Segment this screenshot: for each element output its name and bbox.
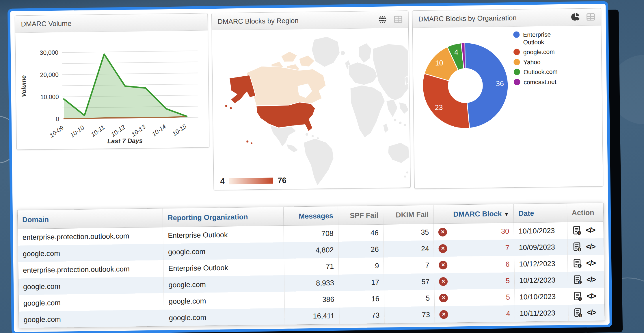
view-xml-icon[interactable]: </> <box>586 275 595 284</box>
svg-text:Last 7 Days: Last 7 Days <box>107 137 143 145</box>
cell-action: i </> <box>568 271 604 288</box>
donut-legend: Enterprise Outlookgoogle.comYahooOutlook… <box>513 30 603 86</box>
dmarc-block-count: 7 <box>505 243 509 252</box>
cell-dkim: 57 <box>384 273 434 291</box>
cell-dmarc: ✕ 30 <box>433 223 514 240</box>
view-xml-icon[interactable]: </> <box>586 242 595 251</box>
dmarc-block-count: 4 <box>506 309 510 318</box>
report-detail-icon[interactable]: i <box>572 258 582 268</box>
cell-org: google.com <box>164 292 284 310</box>
cell-dkim: 24 <box>384 240 434 258</box>
legend-max-value: 76 <box>278 176 286 185</box>
dmarc-block-status-icon: ✕ <box>439 293 448 302</box>
column-header-org[interactable]: Reporting Organization <box>163 207 284 227</box>
cell-dkim: 5 <box>384 290 435 307</box>
cell-dkim: 73 <box>384 306 435 323</box>
svg-text:10-11: 10-11 <box>90 124 106 138</box>
dmarc-report-table: DomainReporting OrganizationMessagesSPF … <box>18 203 605 328</box>
svg-text:36: 36 <box>496 79 504 87</box>
cell-dmarc: ✕ 5 <box>434 289 515 306</box>
dmarc-block-count: 5 <box>506 293 510 301</box>
legend-color-dot <box>513 49 520 55</box>
cell-messages: 71 <box>284 258 339 275</box>
cell-dmarc: ✕ 6 <box>434 256 515 273</box>
legend-gradient-bar <box>229 177 273 184</box>
svg-text:10-13: 10-13 <box>130 123 147 138</box>
view-xml-icon[interactable]: </> <box>587 308 596 317</box>
cell-messages: 8,933 <box>284 275 339 292</box>
cell-org: google.com <box>164 308 285 326</box>
cell-action: i </> <box>567 255 604 272</box>
cell-messages: 4,802 <box>284 242 338 259</box>
column-header-action[interactable]: Action <box>567 203 604 222</box>
svg-text:10-10: 10-10 <box>69 124 85 138</box>
panel-view-toggles <box>378 15 402 24</box>
cell-spf: 46 <box>338 224 384 241</box>
report-detail-icon[interactable]: i <box>572 225 582 235</box>
cell-org: google.com <box>163 242 284 260</box>
cell-messages: 708 <box>284 225 338 242</box>
view-xml-icon[interactable]: </> <box>587 291 596 300</box>
cell-action: i </> <box>568 304 604 321</box>
legend-color-dot <box>513 32 520 38</box>
cell-dmarc: ✕ 7 <box>434 239 514 257</box>
table-view-icon[interactable] <box>586 12 595 21</box>
column-header-messages[interactable]: Messages <box>283 206 338 226</box>
column-header-domain[interactable]: Domain <box>18 208 163 229</box>
legend-item-yahoo: Yahoo <box>513 58 603 66</box>
dmarc-block-status-icon: ✕ <box>438 227 447 236</box>
cell-spf: 16 <box>339 291 384 308</box>
cell-org: Enterprise Outlook <box>163 226 284 244</box>
cell-messages: 16,411 <box>285 308 339 325</box>
cell-spf: 73 <box>339 307 384 324</box>
report-detail-icon[interactable]: i <box>572 242 582 252</box>
cell-date: 10/10/2023 <box>514 222 567 239</box>
column-header-dkim[interactable]: DKIM Fail <box>383 205 433 225</box>
panel-header: DMARC Blocks by Region <box>212 11 408 31</box>
panel-title: DMARC Volume <box>21 19 71 28</box>
cell-date: 10/10/2023 <box>515 288 568 305</box>
svg-text:10-09: 10-09 <box>49 124 65 139</box>
volume-chart-body: 010,00020,00030,000Volume10-0910-1010-11… <box>15 30 209 149</box>
globe-icon[interactable] <box>378 15 387 24</box>
svg-text:10-14: 10-14 <box>151 123 167 138</box>
panel-dmarc-blocks-by-organization: DMARC Blocks by Organization <box>412 8 603 189</box>
report-detail-icon[interactable]: i <box>572 275 582 285</box>
cell-dmarc: ✕ 4 <box>435 305 515 323</box>
column-header-dmarc[interactable]: DMARC Block▼ <box>433 204 514 224</box>
legend-color-dot <box>514 69 520 75</box>
cell-dkim: 35 <box>383 224 434 241</box>
report-detail-icon[interactable]: i <box>573 291 582 301</box>
panel-view-toggles <box>571 12 595 21</box>
panel-header: DMARC Blocks by Organization <box>412 8 601 28</box>
cell-date: 10/12/2023 <box>514 272 568 289</box>
cell-domain: google.com <box>18 277 164 295</box>
report-detail-icon[interactable]: i <box>573 308 583 318</box>
column-header-date[interactable]: Date <box>513 204 567 223</box>
volume-area-chart: 010,00020,00030,000Volume10-0910-1010-11… <box>15 30 209 149</box>
dmarc-block-count: 5 <box>506 276 510 285</box>
view-xml-icon[interactable]: </> <box>586 226 595 235</box>
cell-domain: google.com <box>18 293 164 311</box>
cell-domain: enterprise.protection.outlook.com <box>18 227 163 246</box>
dmarc-block-status-icon: ✕ <box>440 310 448 319</box>
legend-item-comcast-net: comcast.net <box>514 77 603 86</box>
legend-label: Outlook.com <box>524 68 558 76</box>
column-header-spf[interactable]: SPF Fail <box>338 206 383 225</box>
panel-dmarc-blocks-by-region: DMARC Blocks by Region <box>211 11 411 190</box>
cell-date: 10/11/2023 <box>515 305 568 322</box>
cell-messages: 386 <box>284 291 339 308</box>
panel-title: DMARC Blocks by Region <box>217 16 298 26</box>
cell-org: Enterprise Outlook <box>163 259 284 277</box>
view-xml-icon[interactable]: </> <box>586 258 595 267</box>
panel-title: DMARC Blocks by Organization <box>418 14 516 23</box>
sort-desc-icon: ▼ <box>504 212 509 217</box>
cell-org: google.com <box>164 275 284 293</box>
dmarc-block-count: 6 <box>505 260 509 268</box>
dmarc-report-table-container: DomainReporting OrganizationMessagesSPF … <box>17 203 605 328</box>
svg-text:10,000: 10,000 <box>40 93 59 100</box>
cell-spf: 17 <box>339 274 384 291</box>
svg-text:Volume: Volume <box>20 75 27 97</box>
table-view-icon[interactable] <box>394 15 402 24</box>
pie-chart-icon[interactable] <box>571 13 579 21</box>
